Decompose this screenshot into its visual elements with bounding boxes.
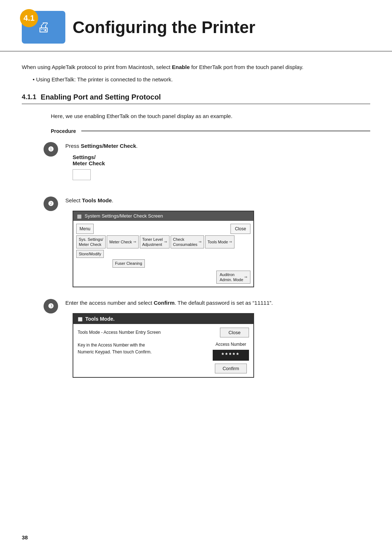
step-1-text: Press Settings/Meter Check. [65,141,370,151]
tab-tools-mode[interactable]: Tools Mode ⇒ [205,235,234,249]
button-label-area: Settings/Meter Check [73,154,370,181]
tools-body: Tools Mode - Access Number Entry Screen … [73,324,253,377]
main-content: When using AppleTalk protocol to print f… [0,62,392,378]
access-number-display: ***** [213,350,249,361]
page-number: 38 [22,534,28,540]
instruction-line2: Numeric Keypad. Then touch Confirm. [78,349,152,356]
menu-button[interactable]: Menu [76,224,94,234]
fuser-cleaning-btn[interactable]: Fuser Cleaning [113,259,145,267]
step-1-content: Press Settings/Meter Check. Settings/Met… [65,141,370,185]
button-label-title: Settings/Meter Check [73,154,370,166]
bullet-text: Using EtherTalk: The printer is connecte… [33,75,370,84]
screen-body: Menu Close Sys. Settings/Meter Check Met… [73,221,253,287]
tools-title: Tools Mode. [85,316,115,322]
instruction-line1: Key in the Access Number with the [78,342,152,349]
close-button[interactable]: Close [230,224,250,234]
page-title: Configuring the Printer [73,17,255,37]
tab-toner-level[interactable]: Toner LevelAdjustment ⇒ [140,235,170,249]
step-2: ❷ Select Tools Mode. ▦ System Settings/M… [44,196,370,287]
section-number: 4.1.1 [22,93,36,101]
tab-row: Sys. Settings/Meter Check Meter Check ⇒ … [76,235,250,249]
step-1: ❶ Press Settings/Meter Check. Settings/M… [44,141,370,185]
section-title: Enabling Port and Setting Protocol [41,93,161,101]
tools-header-row: Tools Mode - Access Number Entry Screen … [78,328,249,337]
tools-icon: ▦ [78,316,82,322]
tab-meter-check[interactable]: Meter Check ⇒ [107,235,138,249]
tab-check-consumables[interactable]: CheckConsumables ⇒ [171,235,204,249]
access-number-area: Access Number ***** Confirm [213,342,249,373]
procedure-label: Procedure [51,128,76,134]
step-3: ❸ Enter the access number and select Con… [44,298,370,378]
auditron-area: AuditronAdmin. Mode ⇒ [76,271,250,284]
settings-meter-check-button[interactable] [73,169,91,180]
example-text: Here, we use enabling EtherTalk on the t… [51,112,370,121]
step-2-content: Select Tools Mode. ▦ System Settings/Met… [65,196,370,287]
step-3-content: Enter the access number and select Confi… [65,298,370,378]
step-1-number: ❶ [44,142,58,157]
confirm-button[interactable]: Confirm [215,364,247,373]
auditron-admin-btn[interactable]: AuditronAdmin. Mode ⇒ [216,271,250,284]
procedure-bar: Procedure [51,128,370,134]
step-3-text: Enter the access number and select Confi… [65,298,370,308]
tools-subtitle: Tools Mode - Access Number Entry Screen [78,330,161,335]
screen-title: System Settings/Meter Check Screen [85,213,163,219]
header-icon-box: 4.1 🖨 [22,11,65,44]
tools-mode-screen: ▦ Tools Mode. Tools Mode - Access Number… [73,313,254,378]
page-header: 4.1 🖨 Configuring the Printer [0,0,392,52]
tools-titlebar: ▦ Tools Mode. [73,314,253,324]
access-number-label: Access Number [216,342,246,347]
version-badge: 4.1 [20,9,38,27]
menu-close-row: Menu Close [76,224,250,234]
store-row: Store/Modify [76,250,250,258]
screen-titlebar: ▦ System Settings/Meter Check Screen [73,211,253,221]
step-2-number: ❷ [44,197,58,211]
store-modify-btn[interactable]: Store/Modify [76,250,104,258]
instruction-area: Key in the Access Number with the Numeri… [78,342,152,356]
tools-close-button[interactable]: Close [220,328,249,337]
tab-sys-settings[interactable]: Sys. Settings/Meter Check [76,235,106,249]
system-settings-screen: ▦ System Settings/Meter Check Screen Men… [73,211,254,288]
step-2-text: Select Tools Mode. [65,196,370,205]
printer-icon: 🖨 [37,20,50,35]
screen-icon: ▦ [77,213,82,219]
access-entry-area: Key in the Access Number with the Numeri… [78,342,249,373]
procedure-line [81,130,370,131]
section-heading: 4.1.1 Enabling Port and Setting Protocol [22,93,370,104]
fuser-row: Fuser Cleaning [113,259,250,267]
intro-paragraph: When using AppleTalk protocol to print f… [22,62,370,72]
step-3-number: ❸ [44,299,58,313]
